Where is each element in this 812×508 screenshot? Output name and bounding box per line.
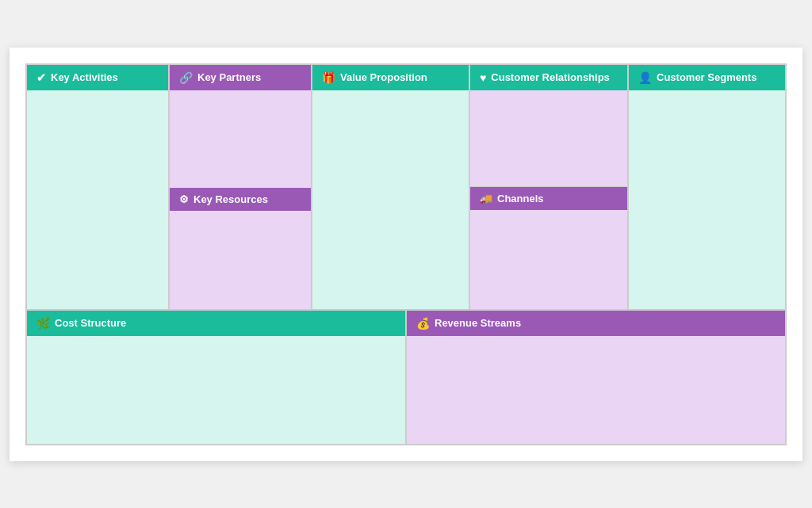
key-resources-label: Key Resources — [193, 193, 268, 205]
key-partners-label: Key Partners — [197, 71, 261, 83]
customer-relationships-label: Customer Relationships — [491, 71, 610, 83]
revenue-streams-header: 💰 Revenue Streams — [407, 311, 785, 336]
bmc-grid: ✔ Key Activities 🔗 Key Partners ⚙ Key Re… — [25, 63, 787, 445]
bottom-row: 🌿 Cost Structure 💰 Revenue Streams — [26, 310, 786, 445]
channels-label: Channels — [497, 193, 544, 204]
customer-relationships-content — [470, 90, 627, 187]
cost-structure-label: Cost Structure — [55, 317, 126, 329]
revenue-streams-cell[interactable]: 💰 Revenue Streams — [406, 310, 786, 445]
revenue-streams-label: Revenue Streams — [435, 317, 521, 329]
customer-relationships-cell[interactable]: ♥ Customer Relationships — [470, 65, 627, 187]
cost-structure-icon: 🌿 — [36, 317, 50, 330]
channels-header: 🚚 Channels — [470, 187, 627, 210]
customer-segments-header: 👤 Customer Segments — [629, 65, 785, 90]
customer-segments-icon: 👤 — [638, 71, 652, 84]
channels-cell[interactable]: 🚚 Channels — [470, 186, 627, 309]
cr-channels-column: ♥ Customer Relationships 🚚 Channels — [469, 64, 628, 310]
key-partners-cell[interactable]: 🔗 Key Partners ⚙ Key Resources — [169, 64, 312, 310]
key-resources-content — [170, 211, 311, 309]
customer-relationships-icon: ♥ — [480, 71, 486, 84]
key-activities-cell[interactable]: ✔ Key Activities — [26, 64, 169, 310]
key-partners-content-top — [170, 90, 311, 189]
value-prop-content — [312, 90, 469, 309]
cost-structure-header: 🌿 Cost Structure — [27, 311, 405, 336]
bmc-canvas: ✔ Key Activities 🔗 Key Partners ⚙ Key Re… — [10, 48, 802, 461]
customer-segments-content — [629, 90, 785, 309]
cost-structure-content — [27, 336, 405, 444]
key-resources-icon: ⚙ — [179, 193, 189, 205]
top-row: ✔ Key Activities 🔗 Key Partners ⚙ Key Re… — [26, 64, 786, 310]
key-activities-label: Key Activities — [51, 71, 118, 83]
value-prop-header: 🎁 Value Proposition — [312, 65, 469, 90]
key-resources-header: ⚙ Key Resources — [170, 188, 311, 211]
key-activities-content — [27, 90, 168, 309]
value-prop-cell[interactable]: 🎁 Value Proposition — [312, 64, 469, 310]
customer-segments-cell[interactable]: 👤 Customer Segments — [628, 64, 786, 310]
channels-content — [470, 210, 627, 309]
cost-structure-cell[interactable]: 🌿 Cost Structure — [26, 310, 406, 445]
channels-icon: 🚚 — [480, 193, 492, 204]
key-partners-header: 🔗 Key Partners — [170, 65, 311, 90]
key-activities-header: ✔ Key Activities — [27, 65, 168, 90]
value-prop-label: Value Proposition — [340, 71, 427, 83]
customer-relationships-header: ♥ Customer Relationships — [470, 65, 627, 90]
value-prop-icon: 🎁 — [322, 71, 335, 84]
revenue-streams-icon: 💰 — [416, 317, 430, 330]
key-partners-icon: 🔗 — [179, 71, 193, 84]
key-activities-icon: ✔ — [36, 71, 46, 84]
revenue-streams-content — [407, 336, 785, 444]
customer-segments-label: Customer Segments — [657, 71, 756, 83]
